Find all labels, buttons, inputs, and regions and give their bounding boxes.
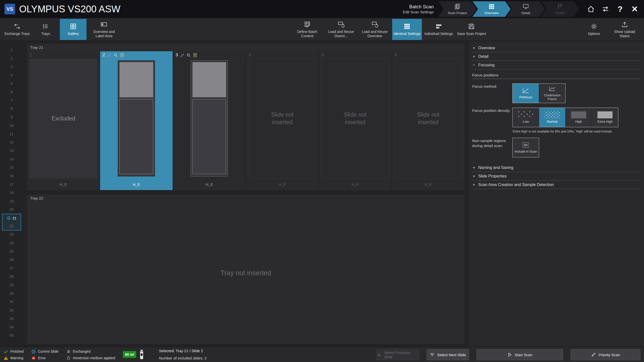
tray-number-9[interactable]: 9 — [2, 113, 21, 121]
tray-number-3[interactable]: 3 — [2, 63, 21, 71]
legend-label: Exchanged — [73, 349, 91, 353]
tray-number-10[interactable]: 10 — [2, 121, 21, 130]
tray-number-6[interactable]: 6 — [2, 88, 21, 96]
section-slide-properties[interactable]: +Slide Properties — [472, 172, 640, 180]
density-high[interactable]: High — [566, 108, 592, 127]
toolbar-save-scan-project[interactable]: Save Scan Project — [456, 19, 488, 40]
titlebar-close-button[interactable]: ✕ — [629, 3, 640, 15]
toolbar-button-label: Define Batch Content — [293, 30, 322, 38]
tray-number-5[interactable]: 5 — [2, 79, 21, 88]
tray-number-28[interactable]: 28 — [2, 273, 21, 281]
titlebar-transfer-button[interactable] — [600, 3, 611, 15]
toolbar-load-and-reuse-overvi[interactable]: Load and Reuse Overvi... — [325, 19, 357, 40]
focus-method-continuous-focus[interactable]: Continuous Focus — [539, 84, 565, 103]
slide-thumbnail[interactable] — [191, 60, 228, 176]
section-label: Overview — [478, 46, 495, 50]
toolbar-options[interactable]: Options — [581, 19, 607, 40]
section-scan-area-creation-and-sample-detection[interactable]: +Scan Area Creation and Sample Detection — [472, 180, 640, 189]
tray-number-34[interactable]: 34 — [2, 323, 21, 331]
tray-number-26[interactable]: 26 — [2, 256, 21, 264]
tray-number-2[interactable]: 2 — [2, 54, 21, 62]
tray-number-16[interactable]: 16 — [2, 172, 21, 180]
slot-header: 2 — [103, 53, 125, 58]
toolbar-overview-and-label-area[interactable]: Overview and Label Area — [88, 19, 120, 40]
tray-number-12[interactable]: 12 — [2, 138, 21, 146]
section-overview[interactable]: +Overview — [472, 44, 640, 52]
toolbar-gallery[interactable]: Gallery — [60, 19, 87, 40]
tray-number-label: 29 — [10, 283, 14, 287]
slide-slot-6[interactable]: 6Slide not insertedH_E — [392, 51, 464, 190]
tray-number-33[interactable]: 33 — [2, 314, 21, 323]
tray-number-4[interactable]: 4 — [2, 71, 21, 79]
status-legend: FinishedCurrent SlideExchangedWarningErr… — [4, 348, 115, 361]
tray-number-8[interactable]: 8 — [2, 105, 21, 113]
density-low[interactable]: Low — [513, 108, 539, 127]
select-next-slide-button[interactable]: Select Next Slide — [427, 349, 469, 360]
toolbar-left-group: Exchange TraysTraysGalleryOverview and L… — [3, 18, 120, 41]
mode-subtitle[interactable]: Edit Scan Settings — [403, 10, 434, 15]
workflow-step-overview[interactable]: Overview — [472, 1, 511, 17]
tray-number-20[interactable]: 20 — [2, 205, 21, 213]
include-in-scan-tile[interactable]: Include in Scan — [513, 138, 539, 157]
overviewLabel-icon — [100, 21, 107, 28]
tray-number-30[interactable]: 30 — [2, 289, 21, 297]
toolbar-far-right-group: OptionsShow Upload Status — [581, 18, 641, 41]
toolbar-identical-settings[interactable]: Identical Settings — [392, 19, 422, 40]
tray-number-7[interactable]: 7 — [2, 96, 21, 104]
tray-number-25[interactable]: 25 — [2, 247, 21, 255]
toolbar-trays[interactable]: Trays — [32, 19, 59, 40]
start-scan-button[interactable]: Start Scan — [476, 349, 563, 360]
tray-number-1[interactable]: 1 — [2, 46, 21, 54]
section-naming-and-saving[interactable]: +Naming and Saving — [472, 163, 640, 172]
toolbar-show-upload-status[interactable]: Show Upload Status — [608, 19, 641, 40]
workflow-step-detail[interactable]: Detail — [507, 1, 545, 17]
slide-slot-2[interactable]: 2H_E — [100, 51, 173, 190]
gallery-area: Tray 21 1ExcludedH_E2H_E3H_E4Slide not i… — [23, 41, 468, 346]
density-extra-high[interactable]: Extra High — [592, 108, 618, 127]
focus-method-prefocus[interactable]: Prefocus — [513, 84, 539, 103]
tray-number-29[interactable]: 29 — [2, 281, 21, 289]
select-previous-slide-button[interactable]: Select Previous Slide — [376, 349, 419, 360]
density-label: Focus position density: — [472, 108, 512, 127]
tray-number-35[interactable]: 35 — [2, 331, 21, 339]
workflow-step-scan-project[interactable]: Scan Project — [438, 1, 476, 17]
tray-number-11[interactable]: 11 — [2, 130, 21, 138]
tray-number-32[interactable]: 32 — [2, 306, 21, 314]
include-scan-icon — [522, 142, 530, 148]
toolbar-define-batch-content[interactable]: Define Batch Content — [291, 19, 324, 40]
tray-number-15[interactable]: 15 — [2, 163, 21, 171]
current-tray-icon — [7, 216, 11, 220]
slide-slot-1[interactable]: 1ExcludedH_E — [27, 51, 100, 190]
slide-thumbnail[interactable] — [118, 60, 155, 176]
tray-number-17[interactable]: 17 — [2, 180, 21, 188]
toolbar-button-label: Show Upload Status — [610, 30, 639, 38]
slide-slot-3[interactable]: 3H_E — [173, 51, 246, 190]
priority-scan-button[interactable]: Priority Scan — [571, 349, 640, 360]
section-detail[interactable]: +Detail — [472, 52, 640, 61]
tray-number-23[interactable]: 23 — [2, 231, 21, 239]
excluded-slide-area[interactable]: Excluded — [29, 59, 98, 178]
tray-number-13[interactable]: 13 — [2, 147, 21, 155]
tray-number-19[interactable]: 19 — [2, 197, 21, 205]
tag-icon — [193, 53, 197, 58]
immersion-status: 60 ml — [123, 349, 145, 359]
titlebar-home-button[interactable] — [585, 3, 597, 15]
tray-number-31[interactable]: 31 — [2, 298, 21, 306]
tray-number-22[interactable]: 22 — [2, 222, 21, 230]
tray-number-18[interactable]: 18 — [2, 189, 21, 197]
toolbar-individual-settings[interactable]: Individual Settings — [423, 19, 455, 40]
slide-scan-area — [192, 99, 226, 174]
tray-number-14[interactable]: 14 — [2, 155, 21, 163]
toolbar-load-and-reuse-overview[interactable]: Load and Reuse Overview — [358, 19, 391, 40]
slide-slot-4[interactable]: 4Slide not insertedH_E — [246, 51, 319, 190]
density-normal[interactable]: Normal — [539, 108, 565, 127]
tray-number-27[interactable]: 27 — [2, 264, 21, 272]
nonsample-group: Include in Scan — [512, 138, 539, 157]
toolbar-exchange-trays[interactable]: Exchange Trays — [3, 19, 31, 40]
tray-number-24[interactable]: 24 — [2, 239, 21, 247]
slide-slot-5[interactable]: 5Slide not insertedH_E — [319, 51, 392, 190]
tray-number-21[interactable]: 21 — [2, 214, 21, 222]
section-focusing[interactable]: − Focusing — [472, 61, 640, 69]
titlebar-help-button[interactable]: ? — [614, 3, 626, 15]
workflow-step-finish[interactable]: Finish — [541, 1, 579, 17]
